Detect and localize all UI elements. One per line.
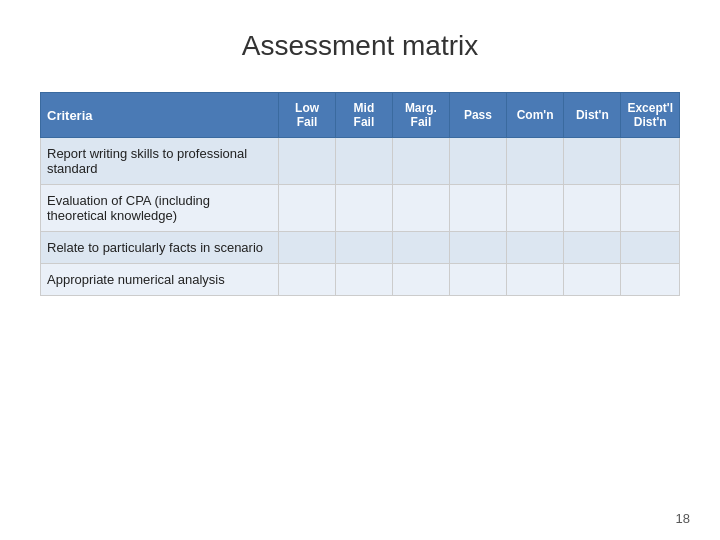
data-cell bbox=[506, 264, 563, 296]
data-cell bbox=[449, 264, 506, 296]
data-cell bbox=[392, 264, 449, 296]
header-criteria: Criteria bbox=[41, 93, 279, 138]
criteria-cell: Appropriate numerical analysis bbox=[41, 264, 279, 296]
header-marg-fail: Marg. Fail bbox=[392, 93, 449, 138]
data-cell bbox=[279, 232, 336, 264]
data-cell bbox=[564, 185, 621, 232]
data-cell bbox=[506, 232, 563, 264]
data-cell bbox=[336, 232, 393, 264]
data-cell bbox=[279, 264, 336, 296]
table-row: Appropriate numerical analysis bbox=[41, 264, 680, 296]
data-cell bbox=[621, 138, 680, 185]
data-cell bbox=[621, 264, 680, 296]
data-cell bbox=[506, 185, 563, 232]
criteria-cell: Relate to particularly facts in scenario bbox=[41, 232, 279, 264]
data-cell bbox=[449, 185, 506, 232]
page-title: Assessment matrix bbox=[242, 30, 479, 62]
table-row: Report writing skills to professional st… bbox=[41, 138, 680, 185]
data-cell bbox=[506, 138, 563, 185]
header-distinction: Dist'n bbox=[564, 93, 621, 138]
header-mid-fail: Mid Fail bbox=[336, 93, 393, 138]
data-cell bbox=[621, 232, 680, 264]
data-cell bbox=[392, 185, 449, 232]
data-cell bbox=[336, 138, 393, 185]
table-row: Evaluation of CPA (including theoretical… bbox=[41, 185, 680, 232]
data-cell bbox=[336, 264, 393, 296]
data-cell bbox=[621, 185, 680, 232]
data-cell bbox=[564, 138, 621, 185]
data-cell bbox=[449, 232, 506, 264]
data-cell bbox=[449, 138, 506, 185]
data-cell bbox=[279, 185, 336, 232]
data-cell bbox=[564, 232, 621, 264]
data-cell bbox=[392, 232, 449, 264]
data-cell bbox=[564, 264, 621, 296]
data-cell bbox=[392, 138, 449, 185]
header-commendation: Com'n bbox=[506, 93, 563, 138]
table-row: Relate to particularly facts in scenario bbox=[41, 232, 680, 264]
page-number: 18 bbox=[676, 511, 690, 526]
assessment-matrix: Criteria Low Fail Mid Fail Marg. Fail Pa… bbox=[40, 92, 680, 296]
criteria-cell: Evaluation of CPA (including theoretical… bbox=[41, 185, 279, 232]
header-low-fail: Low Fail bbox=[279, 93, 336, 138]
data-cell bbox=[336, 185, 393, 232]
data-cell bbox=[279, 138, 336, 185]
header-exceptional-distinction: Except'l Dist'n bbox=[621, 93, 680, 138]
header-pass: Pass bbox=[449, 93, 506, 138]
criteria-cell: Report writing skills to professional st… bbox=[41, 138, 279, 185]
